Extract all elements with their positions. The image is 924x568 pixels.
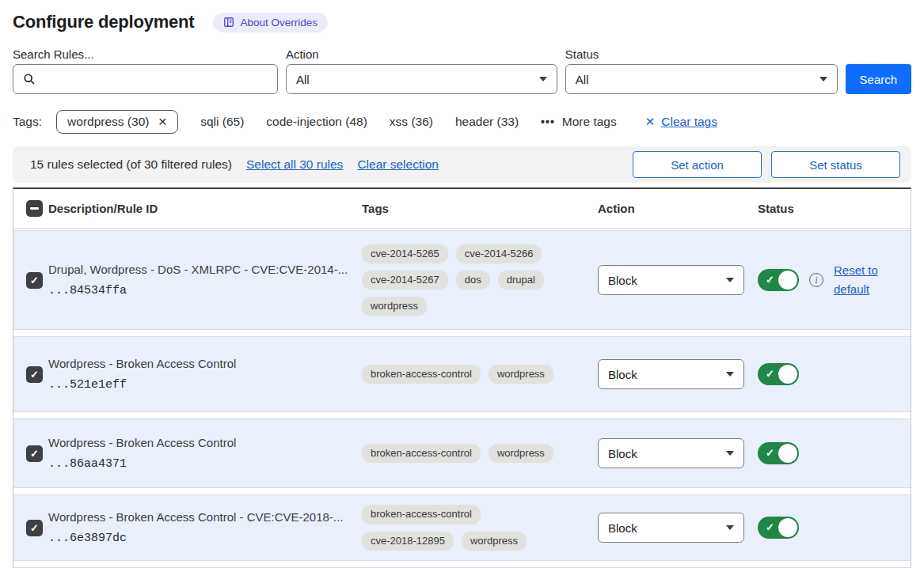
more-tags-label: More tags xyxy=(562,115,617,129)
selection-bar: 15 rules selected (of 30 filtered rules)… xyxy=(13,146,911,183)
tag-pill: wordpress xyxy=(362,297,427,316)
search-rules-label: Search Rules... xyxy=(13,47,278,61)
row-action-select[interactable]: Block xyxy=(598,359,744,389)
rule-description: Wordpress - Broken Access Control xyxy=(48,357,362,370)
tag-pill: wordpress xyxy=(489,444,553,463)
check-icon: ✓ xyxy=(766,447,774,459)
select-all-checkbox[interactable] xyxy=(26,200,43,217)
table-row: Wordpress - Broken Access Control - CVE:… xyxy=(13,494,911,561)
status-toggle-on[interactable]: ✓ xyxy=(758,517,799,539)
row-action-select[interactable]: Block xyxy=(598,438,744,468)
row-action-select[interactable]: Block xyxy=(598,265,744,295)
clear-icon: ✕ xyxy=(645,115,656,129)
tag-pill: broken-access-control xyxy=(362,365,481,384)
table-row: Wordpress - Broken Access Control ...521… xyxy=(13,336,911,412)
rule-id: ...84534ffa xyxy=(48,284,362,297)
tag-pill: wordpress xyxy=(489,365,553,384)
tag-pill: cve-2014-5266 xyxy=(456,244,542,263)
row-checkbox[interactable] xyxy=(26,520,43,536)
action-filter-label: Action xyxy=(286,47,557,61)
status-filter-label: Status xyxy=(565,47,838,61)
status-toggle-on[interactable]: ✓ xyxy=(758,269,799,291)
clear-tags-label: Clear tags xyxy=(661,115,717,129)
selected-tag-chip-wordpress[interactable]: wordpress (30) ✕ xyxy=(56,110,178,134)
search-icon xyxy=(23,73,36,85)
column-header-description: Description/Rule ID xyxy=(48,202,362,215)
tags-label: Tags: xyxy=(13,115,42,129)
tag-pill: cve-2014-5265 xyxy=(362,244,448,263)
rule-description: Wordpress - Broken Access Control xyxy=(48,436,362,449)
row-checkbox[interactable] xyxy=(26,366,43,383)
selected-tag-label: wordpress (30) xyxy=(67,115,149,129)
tag-pill: broken-access-control xyxy=(362,444,481,463)
status-filter-value: All xyxy=(576,73,589,86)
tag-filter-code-injection[interactable]: code-injection (48) xyxy=(266,115,367,129)
table-row: Drupal, Wordpress - DoS - XMLRPC - CVE:C… xyxy=(13,230,911,330)
reset-to-default-link[interactable]: Reset to default xyxy=(834,261,884,299)
search-rules-input[interactable] xyxy=(43,72,268,87)
rule-tags: cve-2014-5265 cve-2014-5266 cve-2014-526… xyxy=(362,244,561,316)
column-header-tags: Tags xyxy=(362,202,598,215)
tag-filter-xss[interactable]: xss (36) xyxy=(390,115,433,129)
column-header-status: Status xyxy=(758,202,911,215)
select-all-rules-link[interactable]: Select all 30 rules xyxy=(246,157,343,172)
about-overrides-label: About Overrides xyxy=(240,17,318,28)
tag-filter-header[interactable]: header (33) xyxy=(455,115,519,129)
row-checkbox[interactable] xyxy=(26,445,43,462)
clear-tags-button[interactable]: ✕ Clear tags xyxy=(645,115,717,129)
rule-description: Wordpress - Broken Access Control - CVE:… xyxy=(48,510,362,524)
check-icon: ✓ xyxy=(766,521,774,533)
check-icon: ✓ xyxy=(766,274,774,286)
tag-pill: cve-2018-12895 xyxy=(362,532,454,551)
chevron-down-icon xyxy=(539,77,547,81)
rules-table: Description/Rule ID Tags Action Status D… xyxy=(13,187,911,568)
action-filter-value: All xyxy=(296,73,310,86)
row-action-value: Block xyxy=(608,521,637,535)
about-overrides-badge[interactable]: About Overrides xyxy=(213,13,328,32)
tag-pill: broken-access-control xyxy=(362,505,481,524)
page-header: Configure deployment About Overrides xyxy=(13,9,911,35)
tag-filter-sqli[interactable]: sqli (65) xyxy=(200,115,244,129)
toggle-knob xyxy=(778,365,797,384)
more-tags-button[interactable]: ••• More tags xyxy=(541,115,617,129)
table-body: Drupal, Wordpress - DoS - XMLRPC - CVE:C… xyxy=(13,229,911,561)
search-rules-inputbox[interactable] xyxy=(13,64,278,94)
row-action-value: Block xyxy=(608,368,637,381)
tag-pill: wordpress xyxy=(462,532,527,551)
row-checkbox[interactable] xyxy=(26,272,43,289)
rule-id: ...86aa4371 xyxy=(48,457,362,471)
info-icon[interactable]: i xyxy=(809,273,823,287)
page-title: Configure deployment xyxy=(13,12,194,32)
rule-tags: broken-access-control wordpress xyxy=(362,365,561,384)
status-toggle-on[interactable]: ✓ xyxy=(758,363,799,385)
selection-summary: 15 rules selected (of 30 filtered rules) xyxy=(30,157,232,172)
column-header-action: Action xyxy=(598,202,758,215)
status-filter-select[interactable]: All xyxy=(565,64,838,94)
clear-selection-link[interactable]: Clear selection xyxy=(357,157,439,172)
chevron-down-icon xyxy=(726,278,734,282)
chevron-down-icon xyxy=(726,372,734,377)
status-toggle-on[interactable]: ✓ xyxy=(758,442,799,464)
rule-tags: broken-access-control cve-2018-12895 wor… xyxy=(362,505,561,551)
row-action-select[interactable]: Block xyxy=(598,513,744,543)
tag-pill: drupal xyxy=(498,271,544,290)
filters-bar: Search Rules... Action All Status All Se… xyxy=(13,47,911,94)
table-row: Wordpress - Broken Access Control ...86a… xyxy=(13,418,911,488)
chevron-down-icon xyxy=(726,525,734,530)
set-action-button[interactable]: Set action xyxy=(633,151,762,178)
set-status-button[interactable]: Set status xyxy=(771,151,900,178)
row-action-value: Block xyxy=(608,447,637,460)
rule-id: ...6e3897dc xyxy=(48,532,362,545)
ellipsis-icon: ••• xyxy=(541,115,555,128)
search-button[interactable]: Search xyxy=(846,64,911,94)
tag-pill: cve-2014-5267 xyxy=(362,271,448,290)
toggle-knob xyxy=(778,518,797,537)
remove-tag-icon[interactable]: ✕ xyxy=(158,115,167,128)
row-action-value: Block xyxy=(608,274,637,287)
check-icon: ✓ xyxy=(766,368,774,380)
tag-pill: dos xyxy=(456,271,490,290)
rule-description: Drupal, Wordpress - DoS - XMLRPC - CVE:C… xyxy=(48,263,362,276)
action-filter-select[interactable]: All xyxy=(286,64,557,94)
toggle-knob xyxy=(778,271,797,290)
chevron-down-icon xyxy=(819,77,827,81)
